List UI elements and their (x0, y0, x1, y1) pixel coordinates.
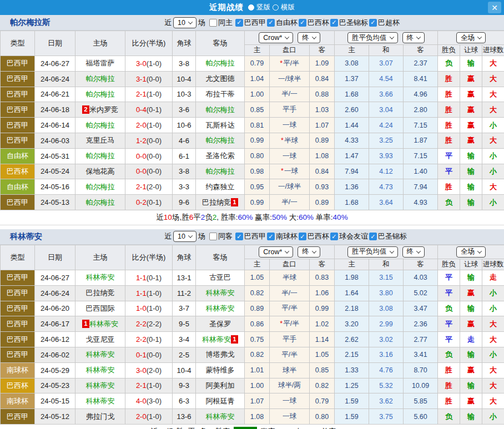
check-icon: ✓ (300, 19, 305, 26)
col-header-eu-home: 主 (335, 259, 369, 270)
date-cell: 24-05-23 (35, 378, 75, 393)
away-team-cell: 帕尔梅拉 (196, 133, 245, 148)
result-wdl-cell: 平 (438, 164, 460, 179)
ah-line-cell: 一球 (270, 393, 310, 409)
corner-cell: 9-6 (173, 195, 196, 210)
league-checkbox[interactable]: ✓ (235, 19, 243, 27)
league-cell: 巴西甲 (1, 102, 35, 118)
result-wdl-cell: 胜 (438, 362, 460, 378)
col-header-score: 比分(半场) (125, 245, 173, 270)
check-icon: ✓ (331, 234, 336, 240)
chevron-down-icon (416, 34, 421, 39)
away-team-cell: 圣保罗 (196, 316, 245, 332)
col-header-ah-home: 主 (245, 45, 270, 56)
corner-cell: 10-3 (173, 87, 196, 102)
ah-line-cell: 半/一 (270, 195, 310, 210)
col-header-away: 客场 (196, 245, 245, 270)
match-count-select[interactable]: 10 (173, 17, 196, 28)
results-table: 类型 日期 主场 比分(半场) 角球 客场 Crow* 终 (0, 245, 504, 425)
league-filter-label: 自由杯 (276, 18, 298, 28)
home-team-cell: 帕尔梅拉 (75, 148, 125, 164)
team-label: 帕尔梅拉 (86, 152, 115, 160)
score-cell: 1-1(1-0) (125, 285, 173, 301)
result-goals-cell: 大 (482, 332, 504, 347)
summary-segment: 2 (213, 213, 217, 221)
table-row: 巴西甲24-06-03克里丘马1-2(0-0)4-6帕尔梅拉0.99*半球0.8… (1, 133, 504, 148)
result-goals-cell: 大 (482, 133, 504, 148)
match-count-select[interactable]: 10 (173, 231, 196, 242)
league-cell: 巴西杯 (1, 378, 35, 393)
corner-cell: 6-3 (173, 393, 196, 409)
corner-cell: 13-6 (173, 409, 196, 425)
fulltime-score: 1-2 (136, 137, 147, 145)
league-checkbox[interactable]: ✓ (369, 19, 377, 27)
summary-segment: 近 (150, 427, 158, 429)
odds-company-select[interactable]: Crow* (259, 246, 293, 258)
eu-away-odds: 1.87 (404, 133, 438, 148)
ah-away-odds: 1.03 (310, 102, 335, 118)
result-handicap-cell: 赢 (460, 102, 482, 118)
league-filters: ✓巴西甲✓南球杯✓巴西杯✓球会友谊✓巴圣锦标 (235, 231, 408, 241)
halftime-score: (0-0) (147, 351, 162, 359)
team-label: 帕尔梅拉 (86, 121, 115, 129)
eu-final-select[interactable]: 终 (402, 32, 425, 43)
eu-home-odds: 2.62 (335, 332, 369, 347)
away-team-cell: 博塔弗戈 (196, 347, 245, 362)
same-venue-checkbox[interactable] (209, 233, 217, 240)
league-checkbox[interactable]: ✓ (267, 19, 275, 27)
horizontal-layout-radio[interactable] (273, 4, 279, 11)
wdl-average-select[interactable]: 胜平负均值 (347, 246, 398, 258)
match-count-value: 10 (178, 233, 185, 240)
ah-line-cell: 平手 (270, 102, 310, 118)
ah-away-odds: 1.07 (310, 118, 335, 133)
eu-draw-odds: 3.15 (369, 270, 404, 285)
league-checkbox[interactable]: ✓ (299, 233, 306, 240)
league-checkbox[interactable]: ✓ (267, 233, 275, 240)
score-cell: 0-0(0-0) (125, 148, 173, 164)
same-venue-checkbox[interactable] (209, 19, 217, 27)
odds-company-select[interactable]: Crow* (259, 32, 293, 43)
eu-final-select[interactable]: 终 (402, 246, 425, 258)
league-checkbox[interactable]: ✓ (369, 233, 377, 240)
corner-cell: 4-6 (173, 133, 196, 148)
ah-final-select[interactable]: 终 (298, 32, 320, 43)
ah-away-odds: 0.88 (310, 87, 335, 102)
league-checkbox[interactable]: ✓ (330, 233, 338, 240)
team-label: 阿美利加 (206, 381, 235, 390)
team-label: 阿根廷青 (206, 397, 235, 405)
result-wdl-cell: 胜 (438, 133, 460, 148)
halftime-score: (0-1) (147, 274, 162, 282)
ah-line-label: 半球 (283, 274, 296, 281)
close-button[interactable]: ✕ (488, 2, 501, 13)
eu-home-odds: 7.94 (335, 164, 369, 179)
team-label: 科林蒂安 (86, 350, 115, 359)
home-team-cell: 1科林蒂安 (75, 316, 125, 332)
league-filter: ✓巴西杯 (299, 18, 329, 28)
score-cell: 0-2(0-1) (125, 195, 173, 210)
ah-line-cell: 一球 (270, 409, 310, 425)
league-checkbox[interactable]: ✓ (330, 19, 338, 27)
result-handicap-cell: 赢 (460, 118, 482, 133)
ah-line-cell: 平/半 (270, 301, 310, 316)
result-goals-cell: 小 (482, 118, 504, 133)
ah-final-select[interactable]: 终 (298, 246, 320, 258)
result-goals-cell: 走 (482, 270, 504, 285)
vertical-layout-radio[interactable] (248, 4, 254, 11)
result-goals-cell: 大 (482, 102, 504, 118)
corner-cell: 2-5 (173, 347, 196, 362)
table-row: 巴西甲24-06-14帕尔梅拉2-0(1-0)10-6瓦斯科达0.81一球1.0… (1, 118, 504, 133)
full-match-select[interactable]: 全场 (456, 246, 486, 258)
result-goals-cell: 大 (482, 316, 504, 332)
team-label: 圣保罗 (209, 320, 231, 328)
full-match-select[interactable]: 全场 (456, 32, 486, 43)
league-checkbox[interactable]: ✓ (235, 233, 243, 240)
halftime-score: (3-0) (147, 397, 162, 405)
vertical-layout-label: 竖版 (256, 3, 270, 12)
date-cell: 24-05-13 (35, 195, 75, 210)
away-team-cell: 科林蒂安 (196, 285, 245, 301)
eu-home-odds: 2.60 (335, 102, 369, 118)
results-table: 类型 日期 主场 比分(半场) 角球 客场 Crow* 终 (0, 31, 504, 210)
wdl-average-select[interactable]: 胜平负均值 (347, 32, 398, 43)
league-checkbox[interactable]: ✓ (299, 19, 306, 27)
team-label: 尤文图德 (206, 74, 235, 83)
